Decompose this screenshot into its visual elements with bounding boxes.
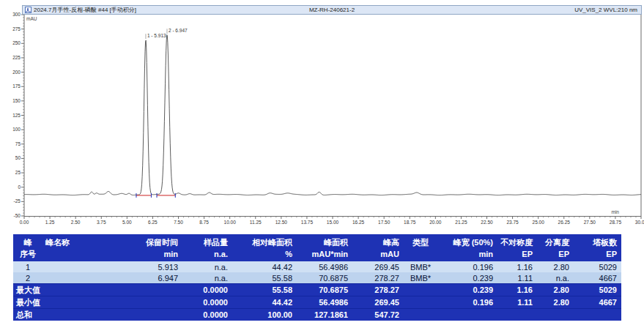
x-tick-label: 3.75 — [97, 220, 106, 225]
chromatogram-panel: 3002752502252001751501251007550250-25-50… — [0, 0, 644, 231]
column-header: 峰面积mAU*min — [297, 234, 352, 261]
x-tick-label: 18.75 — [404, 220, 416, 225]
x-tick-label: 7.50 — [174, 220, 183, 225]
summary-cell: 4667 — [574, 298, 621, 307]
x-tick-label: 12.50 — [275, 220, 288, 225]
x-tick-label: 15.00 — [327, 220, 339, 225]
summary-cell: 269.45 — [352, 298, 404, 307]
column-header: 峰宽 (50%)min — [437, 234, 497, 261]
summary-cell: 100.00 — [232, 310, 297, 319]
summary-cell: 2.80 — [537, 298, 574, 307]
summary-cell: 0.0000 — [182, 285, 232, 294]
column-header: 保留时间min — [127, 234, 182, 261]
y-tick-label: -25 — [14, 198, 21, 204]
y-tick-label: 225 — [12, 55, 21, 60]
summary-cell: 0.0000 — [182, 310, 232, 319]
column-header: 不对称度EP — [497, 234, 537, 261]
peak-label: 2 - 6.947 — [169, 28, 188, 33]
table-cell: 2.80 — [537, 263, 574, 272]
summary-cell: 0.0000 — [182, 298, 232, 307]
table-cell: BMB* — [404, 274, 437, 283]
table-cell: 278.27 — [352, 274, 404, 283]
table-cell: 269.45 — [352, 263, 404, 272]
x-tick-label: 13.75 — [301, 220, 314, 225]
summary-label: 最小值 — [13, 297, 127, 308]
x-tick-label: 2.50 — [71, 220, 81, 225]
y-tick-label: 275 — [12, 26, 21, 31]
x-tick-label: 1.25 — [45, 220, 55, 225]
x-tick-label: 17.50 — [378, 220, 391, 225]
table-cell: 70.6875 — [297, 274, 352, 283]
table-cell: 0.239 — [437, 274, 497, 283]
table-cell: n.a. — [182, 263, 232, 272]
column-header: 样品量n.a. — [182, 234, 232, 261]
y-tick-label: 150 — [12, 98, 21, 103]
summary-row: 最小值0.000044.4256.4986269.450.1961.112.80… — [13, 296, 621, 308]
results-table: 峰序号峰名称保留时间min样品量n.a.相对峰面积%峰面积mAU*min峰高mA… — [13, 234, 621, 321]
y-tick-label: 25 — [15, 170, 21, 175]
column-header: 塔板数EP — [574, 234, 621, 261]
table-cell: BMB* — [404, 263, 437, 272]
chromatogram-trace — [24, 35, 641, 195]
table-cell: 44.42 — [232, 263, 297, 272]
table-cell: 2 — [13, 274, 42, 283]
table-row[interactable]: 26.947n.a.55.5870.6875278.27BMB*0.2391.1… — [13, 272, 621, 283]
y-tick-label: 0 — [18, 184, 21, 190]
x-tick-label: 0.00 — [20, 220, 29, 225]
chart-title-group: 2024.7月手性-反相-磷酸 #44 [手动积分] — [23, 6, 136, 14]
summary-cell: 0.239 — [437, 285, 497, 294]
peak-label: 1 - 5.913 — [147, 33, 166, 38]
x-tick-label: 21.25 — [455, 220, 467, 225]
column-header: 分离度EP — [537, 234, 574, 261]
y-tick-label: 100 — [12, 127, 21, 132]
summary-cell: 55.58 — [232, 285, 297, 294]
table-row[interactable]: 15.913n.a.44.4256.4986269.45BMB*0.1961.1… — [13, 261, 621, 272]
chart-title: 2024.7月手性-反相-磷酸 #44 [手动积分] — [34, 6, 136, 14]
x-tick-label: 11.25 — [250, 220, 262, 225]
x-tick-label: 22.50 — [481, 220, 493, 225]
summary-label: 总和 — [13, 310, 127, 321]
x-tick-label: 10.00 — [224, 220, 237, 225]
chromatogram-icon — [25, 7, 32, 13]
table-cell: 56.4986 — [297, 263, 352, 272]
column-header: 峰名称 — [42, 234, 127, 261]
summary-cell: 127.1861 — [297, 310, 352, 319]
y-tick-label: 75 — [15, 141, 21, 146]
x-tick-label: 16.25 — [352, 220, 365, 225]
summary-label: 最大值 — [13, 285, 127, 296]
y-tick-label: 175 — [12, 83, 21, 89]
summary-cell: 1.16 — [497, 285, 537, 294]
x-axis-unit: min — [612, 209, 620, 214]
column-header: 峰序号 — [13, 234, 42, 261]
summary-cell: 278.27 — [352, 285, 404, 294]
summary-cell: 70.6875 — [297, 285, 352, 294]
y-axis-unit: mAU — [26, 16, 37, 21]
table-cell: n.a. — [182, 274, 232, 283]
x-tick-label: 28.75 — [610, 220, 622, 225]
summary-row: 最大值0.000055.5870.6875278.270.2391.162.80… — [13, 283, 621, 296]
column-header: 相对峰面积% — [232, 234, 297, 261]
summary-row: 总和0.0000100.00127.1861547.72 — [13, 308, 621, 321]
y-tick-label: 125 — [12, 113, 21, 118]
table-cell: 6.947 — [127, 274, 182, 283]
x-tick-label: 5.00 — [122, 220, 132, 225]
x-tick-label: 27.50 — [584, 220, 596, 225]
x-tick-label: 8.75 — [199, 220, 209, 225]
table-header-row: 峰序号峰名称保留时间min样品量n.a.相对峰面积%峰面积mAU*min峰高mA… — [13, 234, 621, 261]
chromatogram-plot[interactable]: 3002752502252001751501251007550250-25-50… — [0, 0, 644, 231]
table-cell: 5029 — [574, 263, 621, 272]
x-tick-label: 20.00 — [429, 220, 442, 225]
table-cell: n.a. — [537, 274, 574, 283]
summary-cell: 56.4986 — [297, 298, 352, 307]
summary-cell: 5029 — [574, 285, 621, 294]
chart-titlebar: 2024.7月手性-反相-磷酸 #44 [手动积分] MZ-RH-240621-… — [22, 5, 642, 15]
table-cell: 0.196 — [437, 263, 497, 272]
column-header: 类型 — [404, 234, 437, 261]
y-tick-label: -50 — [14, 213, 21, 218]
summary-cell: 44.42 — [232, 298, 297, 307]
x-tick-label: 26.25 — [558, 220, 571, 225]
x-tick-label: 23.75 — [506, 220, 519, 225]
table-cell: 1 — [13, 263, 42, 272]
y-tick-label: 50 — [15, 155, 21, 160]
table-cell: 1.16 — [497, 263, 537, 272]
